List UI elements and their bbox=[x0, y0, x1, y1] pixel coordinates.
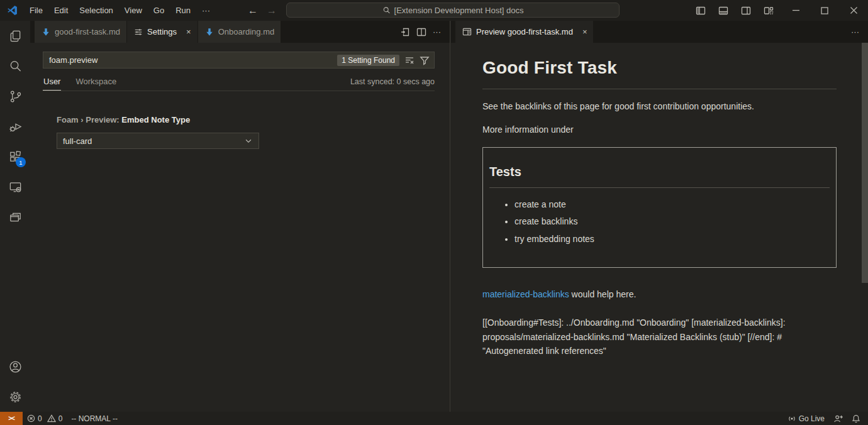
remote-indicator[interactable]: >< bbox=[0, 412, 23, 425]
menu-selection[interactable]: Selection bbox=[74, 3, 118, 18]
tab-label: Preview good-first-task.md bbox=[476, 27, 573, 36]
toggle-secondary-sidebar-icon[interactable] bbox=[736, 3, 756, 19]
sidebar-item-source-control[interactable] bbox=[0, 81, 30, 111]
navigate-back-icon[interactable]: ← bbox=[248, 5, 258, 16]
right-tabstrip: Preview good-first-task.md × ··· bbox=[451, 21, 868, 43]
link-suffix-text: would help here. bbox=[569, 289, 637, 299]
toggle-panel-icon[interactable] bbox=[713, 3, 733, 19]
go-live-label: Go Live bbox=[799, 414, 825, 423]
settings-search-input[interactable]: foam.preview 1 Setting Found bbox=[43, 52, 435, 69]
embed-note-heading: Tests bbox=[489, 163, 830, 188]
tab-close-icon[interactable]: × bbox=[582, 27, 587, 36]
sidebar-item-windows[interactable] bbox=[0, 202, 30, 232]
filter-icon[interactable] bbox=[420, 55, 430, 65]
embedded-note-card: Tests create a note create backlinks try… bbox=[482, 147, 837, 268]
settings-search-value: foam.preview bbox=[49, 55, 97, 65]
menu-run[interactable]: Run bbox=[170, 3, 196, 18]
preview-paragraph: See the backlinks of this page for good … bbox=[482, 100, 837, 113]
tab-label: Onboarding.md bbox=[218, 27, 275, 36]
sidebar-item-explorer[interactable] bbox=[0, 21, 30, 51]
select-value: full-card bbox=[63, 136, 92, 146]
debug-icon bbox=[8, 119, 23, 134]
open-preview-icon bbox=[462, 27, 472, 36]
editor-group-left: good-first-task.md Settings × Onboarding… bbox=[30, 21, 450, 412]
more-actions-icon[interactable]: ··· bbox=[851, 27, 859, 36]
preview-scrollbar[interactable] bbox=[862, 43, 868, 283]
tabstrip-pad bbox=[30, 21, 35, 43]
toggle-primary-sidebar-icon[interactable] bbox=[691, 3, 711, 19]
remote-explorer-icon bbox=[8, 180, 23, 194]
settings-tune-icon bbox=[134, 28, 143, 36]
sidebar-item-search[interactable] bbox=[0, 51, 30, 81]
window-title-text: [Extension Development Host] docs bbox=[394, 6, 524, 15]
tab-onboarding[interactable]: Onboarding.md bbox=[198, 21, 282, 43]
menu-view[interactable]: View bbox=[119, 3, 148, 18]
menu-edit[interactable]: Edit bbox=[48, 3, 74, 18]
notifications-button[interactable] bbox=[847, 414, 868, 423]
close-icon[interactable] bbox=[839, 0, 868, 21]
sidebar-item-extensions[interactable]: 1 bbox=[0, 141, 30, 172]
tab-label: good-first-task.md bbox=[55, 27, 120, 36]
sidebar-item-accounts[interactable] bbox=[0, 351, 30, 382]
preview-paragraph: More information under bbox=[482, 123, 837, 136]
vscode-window: { "titlebar": { "menus": ["File", "Edit"… bbox=[0, 0, 868, 425]
embed-note-type-select[interactable]: full-card bbox=[57, 133, 259, 149]
customize-layout-icon[interactable] bbox=[759, 3, 779, 19]
problems-status[interactable]: 0 0 bbox=[23, 412, 67, 425]
bell-icon bbox=[852, 414, 860, 423]
activity-bar-spacer bbox=[0, 232, 30, 351]
split-editor-icon[interactable] bbox=[416, 27, 426, 37]
setting-label: Embed Note Type bbox=[121, 115, 190, 124]
list-item: create backlinks bbox=[515, 215, 830, 228]
minimize-icon[interactable] bbox=[781, 0, 810, 21]
clear-search-results-icon[interactable] bbox=[404, 55, 415, 65]
chevron-down-icon bbox=[244, 136, 253, 145]
vscode-logo-icon bbox=[7, 5, 18, 16]
preview-heading: Good First Task bbox=[482, 55, 837, 89]
command-center-search[interactable]: [Extension Development Host] docs bbox=[286, 3, 620, 18]
menu-file[interactable]: File bbox=[24, 3, 48, 18]
maximize-icon[interactable] bbox=[810, 0, 839, 21]
tab-close-icon[interactable]: × bbox=[186, 27, 191, 36]
scope-tab-user[interactable]: User bbox=[43, 73, 61, 91]
setting-category: Foam › Preview: bbox=[57, 115, 121, 124]
scope-tab-workspace[interactable]: Workspace bbox=[75, 73, 117, 90]
markdown-file-icon bbox=[42, 28, 50, 36]
sidebar-item-settings[interactable] bbox=[0, 382, 30, 412]
list-item: create a note bbox=[515, 198, 830, 211]
files-icon bbox=[8, 29, 23, 43]
markdown-preview: Good First Task See the backlinks of thi… bbox=[451, 43, 868, 358]
setting-title: Foam › Preview: Embed Note Type bbox=[57, 115, 450, 124]
feedback-icon bbox=[833, 414, 843, 423]
account-icon bbox=[8, 360, 23, 374]
tabstrip-pad bbox=[451, 21, 455, 43]
tab-settings[interactable]: Settings × bbox=[127, 21, 198, 43]
feedback-button[interactable] bbox=[829, 414, 847, 423]
windows-icon bbox=[8, 210, 23, 224]
menu-overflow[interactable]: ··· bbox=[196, 3, 216, 18]
materialized-backlinks-link[interactable]: materialized-backlinks bbox=[482, 289, 569, 299]
right-tabstrip-actions: ··· bbox=[851, 21, 868, 43]
settings-scope-row: User Workspace Last synced: 0 secs ago bbox=[43, 72, 435, 91]
vim-mode-status[interactable]: -- NORMAL -- bbox=[67, 412, 122, 425]
preview-link-line: materialized-backlinks would help here. bbox=[482, 288, 837, 301]
editor-group-right: Preview good-first-task.md × ··· Good Fi… bbox=[451, 21, 868, 412]
extensions-badge: 1 bbox=[16, 157, 26, 167]
sidebar-item-remote-explorer[interactable] bbox=[0, 172, 30, 202]
sidebar-item-run-debug[interactable] bbox=[0, 111, 30, 141]
gear-icon bbox=[8, 390, 23, 404]
warning-icon bbox=[47, 414, 56, 422]
titlebar: File Edit Selection View Go Run ··· ← → … bbox=[0, 0, 868, 21]
status-bar: >< 0 0 -- NORMAL -- Go Live bbox=[0, 412, 868, 425]
search-icon bbox=[382, 6, 391, 14]
open-settings-json-icon[interactable] bbox=[400, 27, 410, 37]
link-references-paragraph: [[Onboarding#Tests]: ../Onboarding.md "O… bbox=[482, 316, 835, 358]
more-actions-icon[interactable]: ··· bbox=[433, 27, 441, 36]
tab-preview-good-first-task[interactable]: Preview good-first-task.md × bbox=[455, 21, 594, 43]
left-tabstrip-actions: ··· bbox=[400, 21, 450, 43]
left-tabstrip: good-first-task.md Settings × Onboarding… bbox=[30, 21, 450, 43]
tab-good-first-task[interactable]: good-first-task.md bbox=[35, 21, 127, 43]
setting-row-embed-note-type: Foam › Preview: Embed Note Type full-car… bbox=[57, 115, 450, 149]
go-live-button[interactable]: Go Live bbox=[783, 414, 829, 423]
menu-go[interactable]: Go bbox=[148, 3, 170, 18]
